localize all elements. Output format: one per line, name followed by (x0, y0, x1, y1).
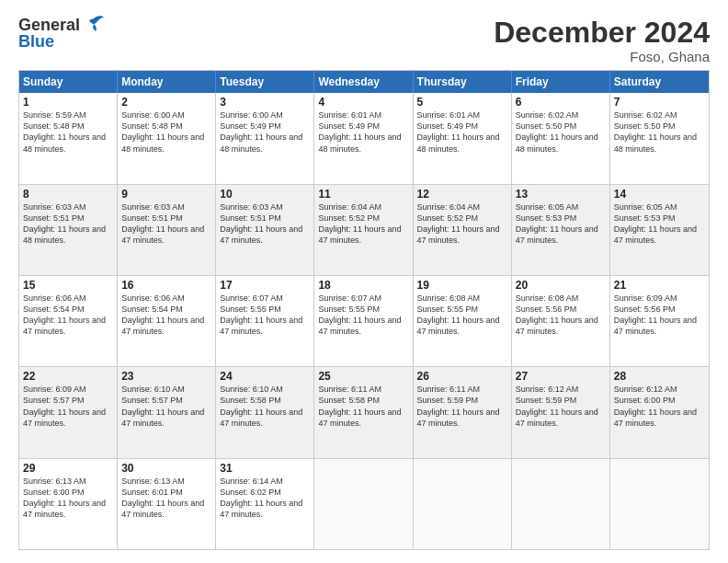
table-row: 12Sunrise: 6:04 AM Sunset: 5:52 PM Dayli… (414, 185, 512, 275)
cell-info: Sunrise: 6:11 AM Sunset: 5:58 PM Dayligh… (318, 384, 408, 429)
cell-info: Sunrise: 6:13 AM Sunset: 6:00 PM Dayligh… (23, 476, 113, 521)
page: General Blue December 2024 Foso, Ghana S… (0, 0, 728, 563)
header-wednesday: Wednesday (314, 71, 413, 93)
table-row: 31Sunrise: 6:14 AM Sunset: 6:02 PM Dayli… (216, 459, 314, 549)
table-row: 16Sunrise: 6:06 AM Sunset: 5:54 PM Dayli… (118, 276, 216, 366)
day-number: 13 (516, 188, 606, 201)
cell-info: Sunrise: 6:02 AM Sunset: 5:50 PM Dayligh… (614, 109, 705, 155)
table-row: 29Sunrise: 6:13 AM Sunset: 6:00 PM Dayli… (19, 459, 118, 549)
table-row: 25Sunrise: 6:11 AM Sunset: 5:58 PM Dayli… (314, 367, 413, 457)
cell-info: Sunrise: 6:13 AM Sunset: 6:01 PM Dayligh… (121, 476, 211, 521)
week-row-1: 1Sunrise: 5:59 AM Sunset: 5:48 PM Daylig… (19, 93, 709, 183)
table-row: 9Sunrise: 6:03 AM Sunset: 5:51 PM Daylig… (118, 185, 216, 275)
table-row: 17Sunrise: 6:07 AM Sunset: 5:55 PM Dayli… (216, 276, 314, 366)
table-row (314, 459, 413, 549)
day-number: 5 (417, 96, 507, 109)
table-row (414, 459, 512, 549)
table-row: 23Sunrise: 6:10 AM Sunset: 5:57 PM Dayli… (118, 367, 216, 457)
day-number: 7 (614, 96, 705, 109)
cell-info: Sunrise: 6:05 AM Sunset: 5:53 PM Dayligh… (614, 201, 705, 247)
cell-info: Sunrise: 6:10 AM Sunset: 5:58 PM Dayligh… (220, 384, 310, 429)
day-number: 16 (121, 279, 211, 292)
day-number: 8 (23, 188, 113, 201)
week-row-5: 29Sunrise: 6:13 AM Sunset: 6:00 PM Dayli… (19, 458, 709, 549)
header-friday: Friday (512, 71, 610, 93)
table-row: 27Sunrise: 6:12 AM Sunset: 5:59 PM Dayli… (512, 367, 610, 457)
table-row: 26Sunrise: 6:11 AM Sunset: 5:59 PM Dayli… (414, 367, 512, 457)
cell-info: Sunrise: 6:09 AM Sunset: 5:57 PM Dayligh… (23, 384, 113, 429)
table-row: 8Sunrise: 6:03 AM Sunset: 5:51 PM Daylig… (19, 185, 118, 275)
day-number: 19 (417, 279, 507, 292)
day-number: 17 (220, 279, 310, 292)
cell-info: Sunrise: 6:06 AM Sunset: 5:54 PM Dayligh… (23, 293, 113, 338)
calendar: Sunday Monday Tuesday Wednesday Thursday… (18, 70, 710, 550)
table-row: 30Sunrise: 6:13 AM Sunset: 6:01 PM Dayli… (118, 459, 216, 549)
week-row-4: 22Sunrise: 6:09 AM Sunset: 5:57 PM Dayli… (19, 366, 709, 457)
day-number: 14 (614, 188, 705, 201)
cell-info: Sunrise: 6:07 AM Sunset: 5:55 PM Dayligh… (220, 293, 310, 338)
calendar-header: Sunday Monday Tuesday Wednesday Thursday… (19, 71, 709, 93)
day-number: 26 (417, 370, 507, 383)
day-number: 18 (318, 279, 408, 292)
cell-info: Sunrise: 6:12 AM Sunset: 5:59 PM Dayligh… (516, 384, 606, 429)
table-row (512, 459, 610, 549)
header-monday: Monday (118, 71, 216, 93)
table-row: 28Sunrise: 6:12 AM Sunset: 6:00 PM Dayli… (610, 367, 709, 457)
table-row: 21Sunrise: 6:09 AM Sunset: 5:56 PM Dayli… (610, 276, 709, 366)
cell-info: Sunrise: 6:03 AM Sunset: 5:51 PM Dayligh… (121, 201, 211, 247)
table-row: 14Sunrise: 6:05 AM Sunset: 5:53 PM Dayli… (610, 185, 709, 275)
day-number: 6 (516, 96, 606, 109)
cell-info: Sunrise: 6:07 AM Sunset: 5:55 PM Dayligh… (318, 293, 408, 338)
cell-info: Sunrise: 6:00 AM Sunset: 5:48 PM Dayligh… (121, 109, 211, 155)
header-sunday: Sunday (19, 71, 118, 93)
table-row: 2Sunrise: 6:00 AM Sunset: 5:48 PM Daylig… (118, 93, 216, 183)
day-number: 31 (220, 462, 310, 475)
cell-info: Sunrise: 6:14 AM Sunset: 6:02 PM Dayligh… (220, 476, 310, 521)
day-number: 2 (121, 96, 211, 109)
cell-info: Sunrise: 6:03 AM Sunset: 5:51 PM Dayligh… (23, 201, 113, 247)
header: General Blue December 2024 Foso, Ghana (18, 17, 710, 64)
day-number: 11 (318, 188, 408, 201)
table-row: 1Sunrise: 5:59 AM Sunset: 5:48 PM Daylig… (19, 93, 118, 183)
day-number: 25 (318, 370, 408, 383)
day-number: 22 (23, 370, 113, 383)
cell-info: Sunrise: 6:06 AM Sunset: 5:54 PM Dayligh… (121, 293, 211, 338)
cell-info: Sunrise: 6:09 AM Sunset: 5:56 PM Dayligh… (614, 293, 705, 338)
header-tuesday: Tuesday (216, 71, 314, 93)
day-number: 23 (121, 370, 211, 383)
table-row: 3Sunrise: 6:00 AM Sunset: 5:49 PM Daylig… (216, 93, 314, 183)
cell-info: Sunrise: 6:03 AM Sunset: 5:51 PM Dayligh… (220, 201, 310, 247)
table-row: 22Sunrise: 6:09 AM Sunset: 5:57 PM Dayli… (19, 367, 118, 457)
header-thursday: Thursday (414, 71, 512, 93)
cell-info: Sunrise: 6:05 AM Sunset: 5:53 PM Dayligh… (516, 201, 606, 247)
table-row: 15Sunrise: 6:06 AM Sunset: 5:54 PM Dayli… (19, 276, 118, 366)
table-row: 24Sunrise: 6:10 AM Sunset: 5:58 PM Dayli… (216, 367, 314, 457)
header-saturday: Saturday (610, 71, 709, 93)
day-number: 27 (516, 370, 606, 383)
day-number: 1 (23, 96, 113, 109)
day-number: 29 (23, 462, 113, 475)
cell-info: Sunrise: 6:00 AM Sunset: 5:49 PM Dayligh… (220, 109, 310, 155)
location: Foso, Ghana (494, 49, 710, 64)
day-number: 20 (516, 279, 606, 292)
table-row: 5Sunrise: 6:01 AM Sunset: 5:49 PM Daylig… (414, 93, 512, 183)
table-row: 13Sunrise: 6:05 AM Sunset: 5:53 PM Dayli… (512, 185, 610, 275)
logo-blue: Blue (18, 33, 54, 52)
table-row: 11Sunrise: 6:04 AM Sunset: 5:52 PM Dayli… (314, 185, 413, 275)
logo-bird-icon (82, 15, 106, 35)
cell-info: Sunrise: 6:11 AM Sunset: 5:59 PM Dayligh… (417, 384, 507, 429)
table-row: 18Sunrise: 6:07 AM Sunset: 5:55 PM Dayli… (314, 276, 413, 366)
day-number: 21 (614, 279, 705, 292)
cell-info: Sunrise: 6:02 AM Sunset: 5:50 PM Dayligh… (516, 109, 606, 155)
day-number: 3 (220, 96, 310, 109)
cell-info: Sunrise: 5:59 AM Sunset: 5:48 PM Dayligh… (23, 109, 113, 155)
day-number: 28 (614, 370, 705, 383)
logo: General Blue (18, 17, 106, 52)
cell-info: Sunrise: 6:01 AM Sunset: 5:49 PM Dayligh… (417, 109, 507, 155)
week-row-3: 15Sunrise: 6:06 AM Sunset: 5:54 PM Dayli… (19, 275, 709, 366)
table-row (610, 459, 709, 549)
day-number: 9 (121, 188, 211, 201)
day-number: 24 (220, 370, 310, 383)
table-row: 4Sunrise: 6:01 AM Sunset: 5:49 PM Daylig… (314, 93, 413, 183)
day-number: 4 (318, 96, 408, 109)
